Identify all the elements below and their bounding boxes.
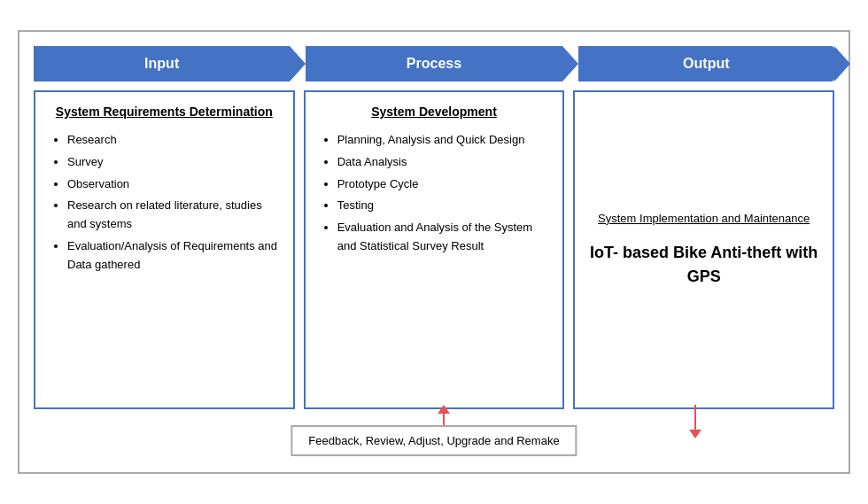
list-item: Data Analysis: [337, 153, 551, 172]
content-row: System Requirements Determination Resear…: [34, 90, 834, 409]
header-row: Input Process Output: [34, 46, 834, 81]
list-item: Testing: [337, 197, 551, 215]
feedback-box: Feedback, Review, Adjust, Upgrade and Re…: [291, 425, 577, 456]
list-item: Planning, Analysis and Quick Design: [337, 131, 551, 150]
list-item: Evaluation/Analysis of Requirements and …: [67, 237, 281, 275]
list-item: Survey: [67, 153, 281, 172]
output-subtitle: System Implementation and Maintenance: [598, 212, 810, 225]
bottom-row: Feedback, Review, Adjust, Upgrade and Re…: [34, 409, 834, 458]
arrow-down: [689, 405, 701, 438]
process-list: Planning, Analysis and Quick Design Data…: [318, 131, 551, 256]
output-box: System Implementation and Maintenance Io…: [573, 90, 834, 409]
input-list: Research Survey Observation Research on …: [48, 131, 281, 275]
arrow-tip-down-icon: [689, 430, 701, 438]
list-item: Evaluation and Analysis of the System an…: [337, 219, 551, 256]
process-box-title: System Development: [318, 105, 551, 119]
output-header: Output: [578, 46, 834, 81]
input-header: Input: [34, 46, 290, 81]
process-box: System Development Planning, Analysis an…: [304, 90, 565, 409]
input-label: Input: [144, 56, 179, 72]
list-item: Prototype Cycle: [337, 175, 551, 194]
process-header: Process: [306, 46, 562, 81]
arrow-shaft-down: [694, 405, 696, 430]
list-item: Research: [67, 131, 281, 150]
list-item: Research on related literature, studies …: [67, 197, 281, 234]
output-label: Output: [683, 56, 729, 72]
diagram-wrapper: Input Process Output System Requirements…: [18, 30, 850, 474]
feedback-label: Feedback, Review, Adjust, Upgrade and Re…: [308, 434, 559, 447]
arrow-tip-up-icon: [438, 405, 450, 414]
input-box-title: System Requirements Determination: [48, 105, 281, 119]
process-label: Process: [407, 56, 461, 72]
output-main: IoT- based Bike Anti-theft with GPS: [587, 241, 820, 289]
input-box: System Requirements Determination Resear…: [34, 90, 295, 409]
list-item: Observation: [67, 175, 281, 194]
